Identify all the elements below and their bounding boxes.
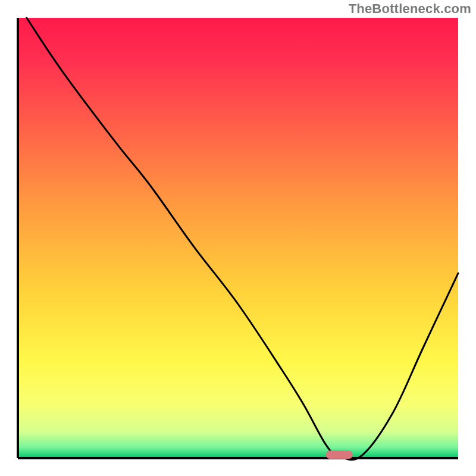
bottleneck-chart (0, 0, 476, 476)
heatmap-background (18, 18, 458, 458)
chart-canvas: TheBottleneck.com (0, 0, 476, 476)
optimal-marker (326, 450, 353, 459)
